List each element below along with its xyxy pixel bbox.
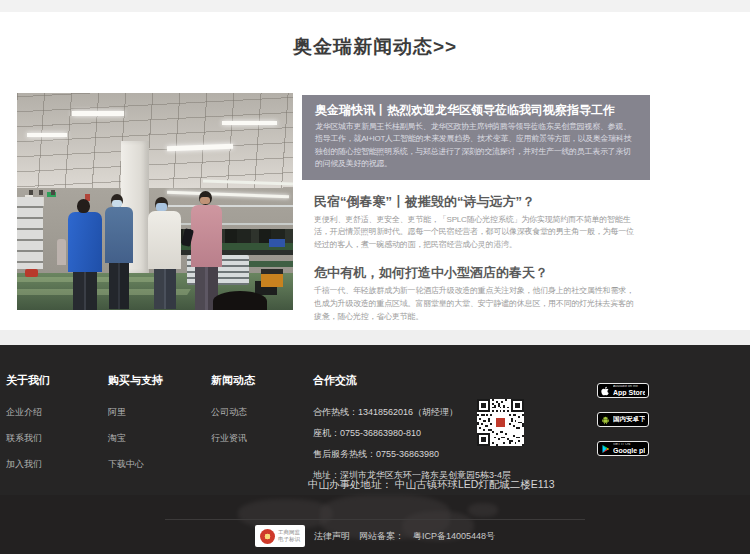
photo-blue-bin (269, 239, 285, 247)
news-title[interactable]: 危中有机，如何打造中小型酒店的春天？ (314, 265, 638, 281)
footer-link-contact-us[interactable]: 联系我们 (6, 432, 50, 445)
footer-link-company-news[interactable]: 公司动态 (211, 406, 255, 419)
gov-supervision-badge[interactable]: 工商网监 电子标识 (255, 525, 305, 547)
news-summary: 千禧一代、年轻族群成为新一轮酒店升级改造的重点关注对象，他们身上的社交属性和需求… (314, 285, 638, 323)
gov-badge-line1: 工商网监 (278, 529, 300, 536)
icp-record-link[interactable]: 粤ICP备14005448号 (413, 530, 495, 543)
app-store-badge[interactable]: Available on the App Store (597, 383, 649, 398)
photo-person-blue (68, 212, 102, 272)
footer-column-cooperation: 合作交流 合作热线：13418562016（胡经理） 座机：0755-36863… (313, 373, 573, 490)
photo-wall-mark (39, 190, 43, 195)
android-download-badge[interactable]: 国内安卓下载 (597, 412, 649, 427)
photo-light (222, 121, 277, 125)
photo-light (27, 133, 67, 137)
photo-foreground-head (213, 291, 267, 310)
photo-face-mask (112, 200, 122, 207)
gov-badge-line2: 电子标识 (278, 536, 300, 543)
footer-link-downloads[interactable]: 下载中心 (108, 458, 163, 471)
apple-icon (601, 386, 610, 396)
contact-landline: 座机：0755-36863980-810 (313, 427, 573, 440)
photo-shelf-rail (157, 205, 293, 207)
photo-person-head (77, 199, 90, 213)
photo-person-legs (154, 269, 176, 309)
news-photo[interactable] (17, 93, 293, 310)
photo-wall-mark (51, 190, 55, 195)
news-title[interactable]: 奥金瑞快讯丨热烈欢迎龙华区领导莅临我司视察指导工作 (315, 103, 637, 118)
contact-hotline: 合作热线：13418562016（胡经理） (313, 406, 573, 419)
badge-label: App Store (613, 389, 645, 396)
badge-label: Google play (613, 447, 645, 454)
wechat-qr-code (477, 399, 524, 446)
photo-red-stool (25, 269, 38, 277)
record-label: 网站备案： (359, 530, 404, 543)
news-title[interactable]: 民宿“倒春寒”丨被摧毁的“诗与远方”？ (314, 194, 638, 210)
pre-footer-strip (0, 330, 750, 345)
legal-row: 工商网监 电子标识 法律声明 网站备案： 粤ICP备14005448号 (0, 525, 750, 547)
photo-shelf-rail (165, 223, 293, 225)
footer-column-buy: 购买与支持 阿里 淘宝 下载中心 (108, 373, 163, 484)
photo-distant-worker (57, 239, 66, 265)
photo-ceiling (17, 93, 293, 188)
google-play-icon (601, 444, 610, 454)
legal-statement-link[interactable]: 法律声明 (314, 530, 350, 543)
photo-face-mask (156, 203, 167, 211)
news-item[interactable]: 危中有机，如何打造中小型酒店的春天？ 千禧一代、年轻族群成为新一轮酒店升级改造的… (302, 265, 650, 323)
page-title[interactable]: 奥金瑞新闻动态>> (0, 34, 750, 60)
footer-heading: 关于我们 (6, 373, 50, 388)
photo-person-steelblue (105, 207, 133, 263)
app-badges: Available on the App Store (597, 383, 651, 470)
footer-bottom-strip: 工商网监 电子标识 法律声明 网站备案： 粤ICP备14005448号 (0, 495, 750, 554)
contact-service-hotline: 售后服务热线：0755-36863980 (313, 448, 573, 461)
photo-person-pink (191, 205, 222, 267)
gov-emblem-icon (260, 529, 275, 544)
footer-link-ali[interactable]: 阿里 (108, 406, 163, 419)
photo-light (72, 111, 124, 116)
photo-person-white (148, 211, 181, 269)
news-item[interactable]: 民宿“倒春寒”丨被摧毁的“诗与远方”？ 更便利、更舒适、更安全、更节能，「SPL… (302, 194, 650, 252)
photo-orange-device (261, 269, 283, 287)
footer-link-join-us[interactable]: 加入我们 (6, 458, 50, 471)
photo-left-shelf (17, 197, 43, 269)
footer-heading: 新闻动态 (211, 373, 255, 388)
footer-column-news: 新闻动态 公司动态 行业资讯 (211, 373, 255, 458)
footer-link-company-intro[interactable]: 企业介绍 (6, 406, 50, 419)
news-summary: 龙华区城市更新局王长桂副局长、龙华区政协主席钟荫腾等领导莅临东吴创意园视察、参观… (315, 121, 637, 171)
photo-person-legs (73, 272, 97, 310)
news-list: 奥金瑞快讯丨热烈欢迎龙华区领导莅临我司视察指导工作 龙华区城市更新局王长桂副局长… (302, 95, 650, 323)
news-item-featured[interactable]: 奥金瑞快讯丨热烈欢迎龙华区领导莅临我司视察指导工作 龙华区城市更新局王长桂副局长… (302, 95, 650, 180)
photo-person-face (200, 197, 210, 204)
footer-link-taobao[interactable]: 淘宝 (108, 432, 163, 445)
branch-address: 中山办事处地址： 中山古镇环球LED灯配城二楼E113 (308, 478, 555, 492)
android-icon (601, 415, 610, 425)
footer: 关于我们 企业介绍 联系我们 加入我们 购买与支持 阿里 淘宝 下载中心 新闻动… (0, 345, 750, 554)
badge-label: 国内安卓下载 (613, 416, 645, 423)
footer-heading: 合作交流 (313, 373, 573, 388)
world-map-decoration (468, 503, 498, 517)
page: 奥金瑞新闻动态>> (0, 0, 750, 554)
footer-column-about: 关于我们 企业介绍 联系我们 加入我们 (6, 373, 50, 484)
top-strip (0, 0, 750, 12)
divider (165, 519, 585, 520)
google-play-badge[interactable]: GET IT ON Google play (597, 441, 649, 456)
footer-link-industry-news[interactable]: 行业资讯 (211, 432, 255, 445)
photo-person-legs (109, 263, 129, 309)
news-summary: 更便利、更舒适、更安全、更节能，「SPLC随心光控系统」为你实现简约而不简单的智… (314, 214, 638, 252)
footer-heading: 购买与支持 (108, 373, 163, 388)
